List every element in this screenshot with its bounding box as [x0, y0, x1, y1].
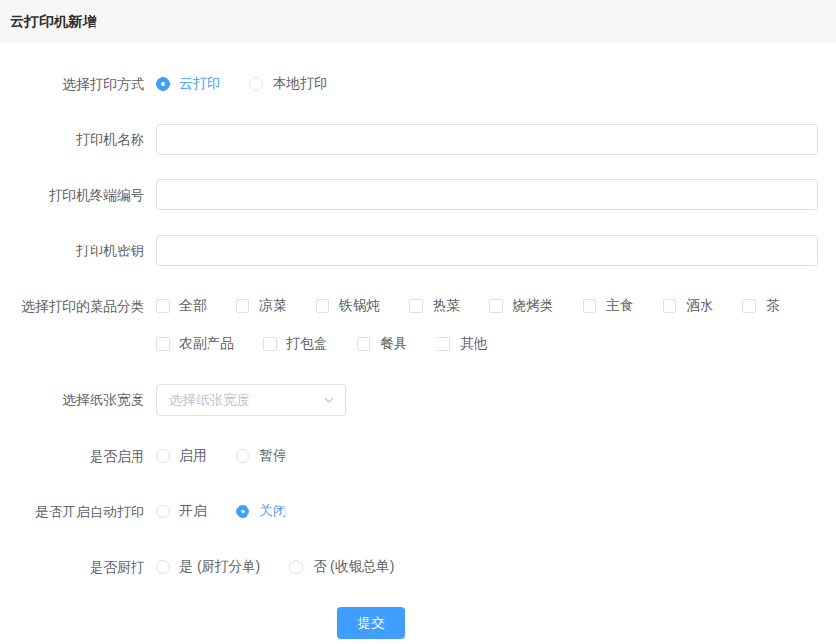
radio-icon	[236, 505, 249, 518]
radio-icon	[156, 560, 170, 574]
checkbox-option-label: 打包盒	[286, 335, 327, 353]
radio-option[interactable]: 本地打印	[249, 68, 327, 99]
checkbox-icon	[409, 299, 423, 313]
checkbox-icon	[156, 337, 170, 351]
form-row-terminal-no: 打印机终端编号	[0, 179, 836, 210]
submit-button[interactable]: 提交	[337, 607, 405, 639]
checkbox-icon	[663, 299, 676, 313]
form-row-auto-print: 是否开启自动打印 开启关闭	[0, 496, 836, 527]
printer-key-field-wrap	[156, 235, 818, 266]
checkbox-option[interactable]: 热菜	[409, 290, 460, 322]
radio-option[interactable]: 云打印	[156, 68, 220, 99]
form-row-printer-key: 打印机密钥	[0, 235, 836, 266]
checkbox-option-label: 烧烤类	[513, 297, 553, 315]
kitchen-print-radio-group: 是 (厨打分单)否 (收银总单)	[156, 551, 818, 583]
form-row-submit: 提交	[0, 607, 836, 639]
radio-option[interactable]: 开启	[156, 496, 207, 527]
radio-icon	[236, 449, 249, 463]
checkbox-option[interactable]: 凉菜	[236, 290, 286, 322]
form-row-paper-width: 选择纸张宽度 选择纸张宽度	[0, 384, 836, 416]
radio-option[interactable]: 启用	[156, 440, 207, 472]
radio-icon	[156, 505, 170, 518]
checkbox-icon	[316, 299, 329, 313]
checkbox-option-label: 其他	[460, 335, 487, 353]
auto-print-radio-group: 开启关闭	[156, 496, 818, 527]
paper-width-placeholder: 选择纸张宽度	[169, 392, 250, 409]
checkbox-option[interactable]: 烧烤类	[489, 290, 553, 322]
form-row-dish-categories: 选择打印的菜品分类 全部凉菜铁锅炖热菜烧烤类主食酒水茶 农副产品打包盒餐具其他	[0, 290, 836, 360]
terminal-no-label: 打印机终端编号	[0, 179, 156, 210]
terminal-no-field-wrap	[156, 179, 818, 210]
radio-option-label: 开启	[179, 503, 207, 520]
form-row-enabled: 是否启用 启用暂停	[0, 440, 836, 472]
checkbox-icon	[357, 337, 370, 351]
printer-name-field-wrap	[156, 124, 818, 155]
page-header: 云打印机新增	[0, 0, 836, 43]
checkbox-option-label: 主食	[606, 297, 633, 315]
printer-name-input[interactable]	[156, 124, 818, 155]
checkbox-option-label: 全部	[179, 297, 207, 315]
radio-option[interactable]: 暂停	[236, 440, 286, 472]
checkbox-option-label: 酒水	[686, 297, 713, 315]
auto-print-label: 是否开启自动打印	[0, 496, 156, 527]
checkbox-icon	[156, 299, 170, 313]
kitchen-print-label: 是否厨打	[0, 551, 156, 583]
radio-icon	[156, 77, 170, 91]
dish-categories-row-1: 全部凉菜铁锅炖热菜烧烤类主食酒水茶	[156, 290, 809, 322]
paper-width-field-wrap: 选择纸张宽度	[156, 384, 818, 416]
checkbox-option[interactable]: 酒水	[663, 290, 713, 322]
printer-key-input[interactable]	[156, 235, 818, 266]
checkbox-icon	[437, 337, 450, 351]
radio-option[interactable]: 否 (收银总单)	[289, 551, 394, 583]
checkbox-icon	[236, 299, 249, 313]
dish-categories-checkbox-group: 全部凉菜铁锅炖热菜烧烤类主食酒水茶 农副产品打包盒餐具其他	[156, 290, 818, 360]
checkbox-option-label: 农副产品	[179, 335, 234, 353]
radio-icon	[156, 449, 170, 463]
checkbox-option[interactable]: 打包盒	[263, 328, 327, 360]
checkbox-option-label: 凉菜	[259, 297, 286, 315]
printer-name-label: 打印机名称	[0, 124, 156, 155]
checkbox-option-label: 餐具	[380, 335, 407, 353]
checkbox-option[interactable]: 餐具	[357, 328, 407, 360]
checkbox-option[interactable]: 铁锅炖	[316, 290, 380, 322]
page-title: 云打印机新增	[10, 13, 97, 31]
checkbox-icon	[489, 299, 503, 313]
radio-option-label: 启用	[179, 447, 207, 465]
checkbox-option-label: 茶	[766, 297, 779, 315]
printer-key-label: 打印机密钥	[0, 235, 156, 266]
print-method-label: 选择打印方式	[0, 68, 156, 99]
enabled-label: 是否启用	[0, 440, 156, 472]
checkbox-icon	[263, 337, 277, 351]
form-row-kitchen-print: 是否厨打 是 (厨打分单)否 (收银总单)	[0, 551, 836, 583]
checkbox-option[interactable]: 茶	[742, 290, 779, 322]
checkbox-icon	[583, 299, 596, 313]
radio-option-label: 本地打印	[273, 75, 327, 93]
checkbox-option[interactable]: 其他	[437, 328, 487, 360]
form-row-printer-name: 打印机名称	[0, 124, 836, 155]
dish-categories-label: 选择打印的菜品分类	[0, 290, 156, 360]
terminal-no-input[interactable]	[156, 179, 818, 210]
checkbox-option-label: 铁锅炖	[339, 297, 380, 315]
radio-option-label: 暂停	[259, 447, 286, 465]
checkbox-option[interactable]: 全部	[156, 290, 207, 322]
radio-option[interactable]: 关闭	[236, 496, 286, 527]
radio-option-label: 是 (厨打分单)	[179, 558, 260, 576]
checkbox-option-label: 热菜	[433, 297, 460, 315]
radio-icon	[249, 77, 263, 91]
radio-icon	[289, 560, 303, 574]
enabled-radio-group: 启用暂停	[156, 440, 818, 472]
paper-width-label: 选择纸张宽度	[0, 384, 156, 416]
print-method-radio-group: 云打印本地打印	[156, 68, 818, 99]
radio-option-label: 云打印	[179, 75, 220, 93]
checkbox-icon	[742, 299, 756, 313]
form-row-print-method: 选择打印方式 云打印本地打印	[0, 68, 836, 99]
paper-width-select[interactable]: 选择纸张宽度	[156, 384, 346, 416]
radio-option-label: 否 (收银总单)	[313, 558, 394, 576]
checkbox-option[interactable]: 农副产品	[156, 328, 234, 360]
printer-form: 选择打印方式 云打印本地打印 打印机名称 打印机终端编号 打印机密钥 选择打印的…	[0, 43, 836, 639]
radio-option-label: 关闭	[259, 503, 286, 520]
checkbox-option[interactable]: 主食	[583, 290, 633, 322]
radio-option[interactable]: 是 (厨打分单)	[156, 551, 260, 583]
dish-categories-row-2: 农副产品打包盒餐具其他	[156, 328, 516, 360]
chevron-down-icon	[323, 395, 335, 406]
